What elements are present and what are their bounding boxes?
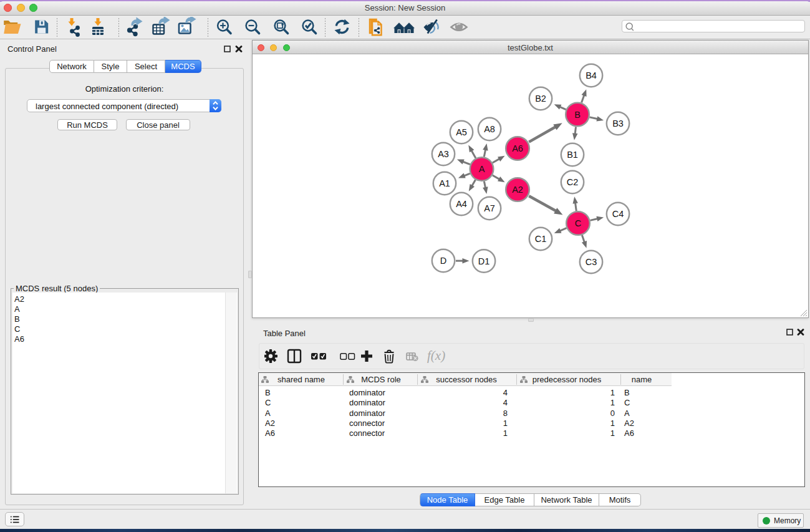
svg-text:D1: D1: [478, 256, 490, 266]
svg-text:D: D: [440, 256, 446, 266]
svg-text:B2: B2: [535, 94, 546, 104]
svg-text:C: C: [575, 218, 581, 228]
svg-text:A8: A8: [484, 124, 495, 134]
svg-text:B1: B1: [567, 150, 578, 160]
svg-text:C3: C3: [586, 257, 597, 267]
svg-text:C4: C4: [612, 209, 624, 219]
svg-text:C1: C1: [535, 234, 547, 244]
svg-text:C2: C2: [567, 177, 579, 187]
svg-text:A7: A7: [484, 203, 495, 213]
svg-text:A4: A4: [456, 199, 467, 209]
svg-text:B3: B3: [612, 118, 624, 128]
svg-text:A2: A2: [512, 185, 523, 195]
svg-text:A3: A3: [438, 149, 449, 159]
svg-text:A: A: [479, 164, 485, 174]
svg-text:B4: B4: [586, 70, 597, 80]
svg-text:A5: A5: [456, 127, 467, 137]
svg-text:A1: A1: [439, 178, 450, 188]
svg-text:B: B: [574, 110, 581, 120]
svg-text:A6: A6: [512, 143, 523, 153]
